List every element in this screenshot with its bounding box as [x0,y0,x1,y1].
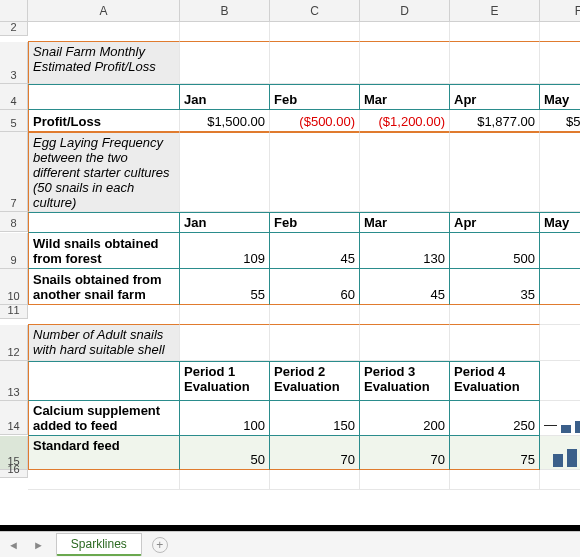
row-header-11[interactable]: 11 [0,305,28,319]
cell-F7[interactable] [540,132,580,212]
s1-val-mar[interactable]: ($1,200.00) [360,110,450,132]
cell-B3[interactable] [180,42,270,84]
s2-r1-mar[interactable]: 130 [360,233,450,269]
s2-month-jan[interactable]: Jan [180,212,270,233]
row-header-8[interactable]: 8 [0,212,28,232]
s1-val-may[interactable]: $500.00 [540,110,580,132]
s2-r1-feb[interactable]: 45 [270,233,360,269]
s3-row2-label[interactable]: Standard feed [28,436,180,470]
col-header-blank[interactable] [0,0,28,22]
row-header-10[interactable]: 10 [0,269,28,305]
col-header-F[interactable]: F [540,0,580,22]
s2-month-mar[interactable]: Mar [360,212,450,233]
s2-r1-may[interactable]: 450 [540,233,580,269]
s1-month-may[interactable]: May [540,84,580,110]
cell-D16[interactable] [360,470,450,490]
row-header-2[interactable]: 2 [0,22,28,36]
s2-month-may[interactable]: May [540,212,580,233]
s3-h1[interactable]: Period 1 Evaluation [180,361,270,401]
s3-r2-p2[interactable]: 70 [270,436,360,470]
s3-h3[interactable]: Period 3 Evaluation [360,361,450,401]
row-header-3[interactable]: 3 [0,42,28,84]
s2-r1-jan[interactable]: 109 [180,233,270,269]
s2-r2-feb[interactable]: 60 [270,269,360,305]
s3-h2[interactable]: Period 2 Evaluation [270,361,360,401]
cell-C16[interactable] [270,470,360,490]
cell-C11[interactable] [270,305,360,325]
row-header-16[interactable]: 16 [0,470,28,478]
row-header-13[interactable]: 13 [0,361,28,401]
row-header-5[interactable]: 5 [0,110,28,132]
s3-h4[interactable]: Period 4 Evaluation [450,361,540,401]
cell-F12[interactable] [540,325,580,361]
cell-D2[interactable] [360,22,450,42]
cell-C2[interactable] [270,22,360,42]
s3-r1-p2[interactable]: 150 [270,401,360,436]
cell-B7[interactable] [180,132,270,212]
col-header-D[interactable]: D [360,0,450,22]
cell-F16[interactable] [540,470,580,490]
s3-r2-p1[interactable]: 50 [180,436,270,470]
cell-A11[interactable] [28,305,180,325]
col-header-C[interactable]: C [270,0,360,22]
row-header-12[interactable]: 12 [0,325,28,361]
s2-row1-label[interactable]: Wild snails obtained from forest [28,233,180,269]
cell-D11[interactable] [360,305,450,325]
cell-E16[interactable] [450,470,540,490]
cell-F3[interactable] [540,42,580,84]
cell-F11[interactable] [540,305,580,325]
cell-E2[interactable] [450,22,540,42]
cell-E11[interactable] [450,305,540,325]
s1-val-feb[interactable]: ($500.00) [270,110,360,132]
cell-D3[interactable] [360,42,450,84]
tab-nav-prev-icon[interactable]: ◄ [6,539,21,551]
cell-A16[interactable] [28,470,180,490]
s2-row2-label[interactable]: Snails obtained from another snail farm [28,269,180,305]
s1-month-mar[interactable]: Mar [360,84,450,110]
cell-B16[interactable] [180,470,270,490]
cell-D12[interactable] [360,325,450,361]
cell-F2[interactable] [540,22,580,42]
s2-r2-apr[interactable]: 35 [450,269,540,305]
cell-B11[interactable] [180,305,270,325]
col-header-E[interactable]: E [450,0,540,22]
cell-A8[interactable] [28,212,180,233]
tab-nav-next-icon[interactable]: ► [31,539,46,551]
row-header-9[interactable]: 9 [0,233,28,269]
cell-D7[interactable] [360,132,450,212]
s1-month-jan[interactable]: Jan [180,84,270,110]
cell-E3[interactable] [450,42,540,84]
cell-F13[interactable] [540,361,580,401]
s1-val-jan[interactable]: $1,500.00 [180,110,270,132]
cell-A2[interactable] [28,22,180,42]
section2-title[interactable]: Egg Laying Frequency between the two dif… [28,132,180,212]
s2-r2-mar[interactable]: 45 [360,269,450,305]
col-header-B[interactable]: B [180,0,270,22]
section3-title[interactable]: Number of Adult snails with hard suitabl… [28,325,180,361]
row-header-14[interactable]: 14 [0,401,28,435]
cell-C12[interactable] [270,325,360,361]
s1-month-feb[interactable]: Feb [270,84,360,110]
s3-r1-p3[interactable]: 200 [360,401,450,436]
cell-A13[interactable] [28,361,180,401]
s2-month-apr[interactable]: Apr [450,212,540,233]
cell-C7[interactable] [270,132,360,212]
cell-E12[interactable] [450,325,540,361]
s1-rowlabel[interactable]: Profit/Loss [28,110,180,132]
s2-r1-apr[interactable]: 500 [450,233,540,269]
s1-month-apr[interactable]: Apr [450,84,540,110]
add-sheet-button[interactable]: + [152,537,168,553]
s2-month-feb[interactable]: Feb [270,212,360,233]
sheet-tab-sparklines[interactable]: Sparklines [56,533,142,556]
s3-r2-p4[interactable]: 75 [450,436,540,470]
cell-A4[interactable] [28,84,180,110]
s3-r2-p3[interactable]: 70 [360,436,450,470]
s3-r1-p4[interactable]: 250 [450,401,540,436]
s2-r2-jan[interactable]: 55 [180,269,270,305]
s1-val-apr[interactable]: $1,877.00 [450,110,540,132]
cell-E7[interactable] [450,132,540,212]
row-header-4[interactable]: 4 [0,84,28,110]
cell-C3[interactable] [270,42,360,84]
spreadsheet-grid[interactable]: A B C D E F 2 3 Snail Farm Monthly Estim… [0,0,580,490]
col-header-A[interactable]: A [28,0,180,22]
